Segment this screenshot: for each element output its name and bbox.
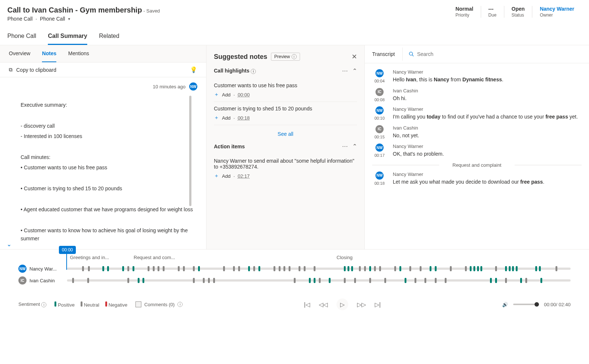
info-icon[interactable]: i xyxy=(292,54,297,59)
subtab-notes[interactable]: Notes xyxy=(42,45,56,62)
time-current: 00:00 xyxy=(544,302,556,307)
call-highlights-heading: Call highlights xyxy=(214,68,249,74)
sentiment-blip xyxy=(107,266,109,271)
transcript-search[interactable] xyxy=(402,47,589,61)
priority-value: Normal xyxy=(455,6,473,12)
sentiment-blip xyxy=(512,266,514,271)
sentiment-blip xyxy=(309,278,311,283)
transcript-row[interactable]: NW00:04Nancy WarnerHello Ivan, this is N… xyxy=(372,69,582,84)
page-title: Call to Ivan Cashin - Gym membership xyxy=(7,6,142,14)
sentiment-blip xyxy=(490,278,492,283)
info-icon[interactable]: i xyxy=(251,69,256,74)
transcript-timestamp: 00:17 xyxy=(374,153,385,158)
volume-icon[interactable]: 🔊 xyxy=(502,302,508,307)
sentiment-blip xyxy=(379,266,381,271)
plus-icon[interactable]: ＋ xyxy=(214,91,219,98)
transcript-row[interactable]: NW00:10Nancy WarnerI'm calling you today… xyxy=(372,106,582,121)
plus-icon[interactable]: ＋ xyxy=(214,114,219,121)
plus-icon[interactable]: ＋ xyxy=(214,173,219,179)
note-line xyxy=(21,143,197,151)
segment-greetings[interactable]: Greetings and in... xyxy=(70,255,131,260)
sentiment-blip xyxy=(274,266,275,271)
transcript-row[interactable]: IC00:08Ivan CashinOh hi. xyxy=(372,88,582,102)
collapse-icon[interactable]: ⌃ xyxy=(352,67,357,74)
sentiment-legend: Positive Neutral Negative xyxy=(54,301,127,308)
volume-slider[interactable] xyxy=(513,304,539,305)
skip-start-icon[interactable]: |◁ xyxy=(304,301,310,308)
collapse-icon[interactable]: ⌃ xyxy=(352,143,357,150)
more-icon[interactable]: ⋯ xyxy=(342,67,348,74)
form-name[interactable]: Phone Call xyxy=(40,16,65,22)
transcript-timestamp: 00:10 xyxy=(374,116,385,120)
add-button[interactable]: Add xyxy=(222,92,230,98)
note-line xyxy=(21,216,197,224)
transcript-divider: Request and complaint xyxy=(372,162,582,168)
sentiment-blip xyxy=(148,266,149,271)
forward-icon[interactable]: ▷▷ xyxy=(357,301,366,308)
rewind-icon[interactable]: ◁◁ xyxy=(319,301,328,308)
highlight-timestamp[interactable]: 00:00 xyxy=(238,92,250,98)
note-line: • Customer wants to use his free pass xyxy=(21,163,197,172)
sentiment-blip xyxy=(495,266,497,271)
info-icon[interactable]: i xyxy=(177,302,183,307)
sentiment-blip xyxy=(299,266,300,271)
sentiment-blip xyxy=(525,278,527,283)
note-body[interactable]: Executive summary: - discovery call- Int… xyxy=(0,96,206,249)
sentiment-blip xyxy=(465,266,467,271)
highlight-text: Customer is trying to shed 15 to 20 poun… xyxy=(214,106,357,112)
speaker-track-ivan[interactable] xyxy=(67,279,571,282)
chevron-down-icon[interactable]: ▾ xyxy=(68,17,70,21)
sentiment-blip xyxy=(351,266,353,271)
tab-phone-call[interactable]: Phone Call xyxy=(7,28,36,45)
transcript-message: Oh hi. xyxy=(393,95,582,102)
tab-call-summary[interactable]: Call Summary xyxy=(48,28,87,45)
segment-request[interactable]: Request and com... xyxy=(134,255,194,260)
transcript-speaker: Nancy Warner xyxy=(393,69,582,75)
due-value: --- xyxy=(489,6,497,12)
search-input[interactable] xyxy=(417,51,583,57)
transcript-timestamp: 00:18 xyxy=(374,181,385,185)
skip-end-icon[interactable]: ▷| xyxy=(375,301,381,308)
expand-chevron-icon[interactable]: ⌄ xyxy=(7,241,11,248)
subtab-mentions[interactable]: Mentions xyxy=(68,45,89,62)
play-button[interactable]: ▷ xyxy=(336,298,348,310)
sentiment-blip xyxy=(127,278,129,283)
speaker-name: Nancy War... xyxy=(29,266,57,272)
sentiment-blip xyxy=(223,266,225,271)
tab-related[interactable]: Related xyxy=(99,28,119,45)
owner-link[interactable]: Nancy Warner xyxy=(540,6,574,12)
sentiment-blip xyxy=(495,278,497,283)
close-icon[interactable]: ✕ xyxy=(352,53,357,61)
subtab-overview[interactable]: Overview xyxy=(9,45,30,62)
more-icon[interactable]: ⋯ xyxy=(342,143,348,150)
action-item-timestamp[interactable]: 02:17 xyxy=(238,173,250,179)
sentiment-blip xyxy=(399,266,401,271)
transcript-row[interactable]: NW00:18Nancy WarnerLet me ask you what m… xyxy=(372,172,582,186)
sentiment-blip xyxy=(178,266,180,271)
sentiment-blip xyxy=(248,266,250,271)
add-button[interactable]: Add xyxy=(222,173,230,179)
highlight-timestamp[interactable]: 00:18 xyxy=(238,115,250,121)
note-line: - discovery call xyxy=(21,122,197,130)
svg-point-0 xyxy=(409,52,413,55)
sentiment-blip xyxy=(208,278,210,283)
scrollbar-thumb[interactable] xyxy=(189,96,191,206)
sentiment-blip xyxy=(450,266,452,271)
sentiment-blip xyxy=(213,278,215,283)
sentiment-blip xyxy=(142,278,144,283)
copy-to-clipboard-button[interactable]: ⧉ Copy to clipboard xyxy=(9,67,56,73)
sentiment-blip xyxy=(294,278,296,283)
note-line xyxy=(21,195,197,203)
speaker-track-nancy[interactable] xyxy=(67,268,571,270)
transcript-row[interactable]: NW00:17Nancy WarnerOK, that's no problem… xyxy=(372,144,582,158)
segment-closing[interactable]: Closing xyxy=(197,255,492,260)
sentiment-blip xyxy=(238,266,240,271)
add-button[interactable]: Add xyxy=(222,115,230,121)
sentiment-blip xyxy=(193,266,195,271)
see-all-link[interactable]: See all xyxy=(214,125,357,143)
lightbulb-icon[interactable]: 💡 xyxy=(190,66,197,73)
sentiment-blip xyxy=(505,278,507,283)
comments-checkbox[interactable] xyxy=(135,301,141,307)
transcript-row[interactable]: IC00:15Ivan CashinNo, not yet. xyxy=(372,125,582,139)
info-icon[interactable]: i xyxy=(41,302,46,307)
